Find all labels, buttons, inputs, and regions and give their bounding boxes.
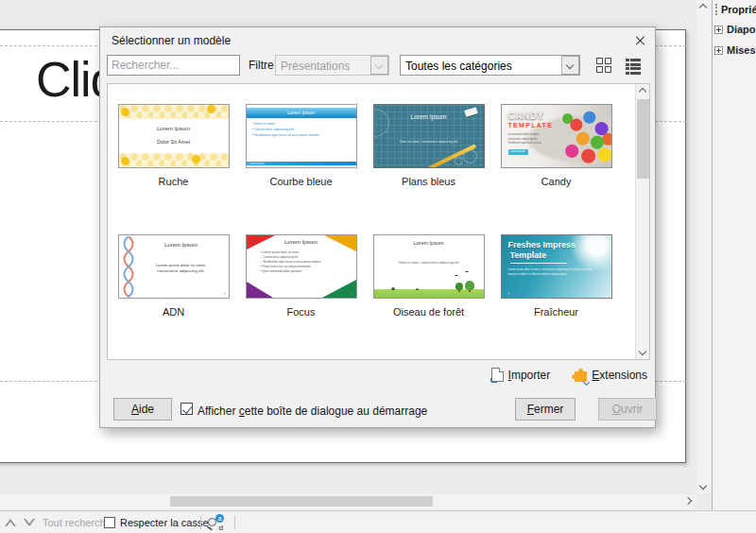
- thumb-title: Lorem Ipsum: [247, 239, 356, 245]
- chevron-down-icon: [375, 61, 383, 69]
- thumb-subtitle: Dolor Sit Amet: [119, 139, 229, 145]
- list-row: [626, 63, 642, 66]
- filter-label: Filtre: [249, 59, 274, 72]
- thumb-subtitle: Dolor sit amet, consectetur adipiscing e…: [374, 140, 484, 144]
- filter-type-dropdown: Présentations: [275, 55, 389, 76]
- thumb-subtitle: TEMPLATE: [508, 122, 554, 129]
- thumb-title: Lorem Ipsum: [136, 242, 227, 248]
- filter-type-value: Présentations: [281, 60, 350, 73]
- page-number: 1: [508, 292, 510, 296]
- template-thumbnail[interactable]: Lorem Ipsum Dolor Sit Amet: [118, 104, 230, 168]
- template-label: Focus: [287, 306, 316, 318]
- toolbar-separator: [234, 516, 235, 529]
- template-item-candy[interactable]: CANDY TEMPLATE Lorem ipsum dolor sit ame…: [492, 104, 620, 187]
- puzzle-piece-icon: [575, 371, 587, 382]
- open-button: Ouvrir: [598, 398, 657, 421]
- scroll-down-icon[interactable]: [638, 348, 645, 355]
- horizontal-scrollbar[interactable]: [0, 494, 696, 509]
- template-thumbnail[interactable]: Lorem Ipsum • Dolor sit amet • Consectet…: [246, 104, 357, 168]
- list-row: [626, 67, 642, 70]
- list-row: [626, 72, 642, 75]
- match-case-label[interactable]: Respecter la casse: [120, 517, 209, 528]
- find-previous-icon[interactable]: [5, 519, 16, 526]
- thumb-body: Lorem ipsum dolor sit amet, consectetur …: [508, 133, 554, 146]
- template-thumbnail[interactable]: Lorem Ipsum • Lorem ipsum dolor sit amet…: [246, 234, 357, 299]
- expand-icon[interactable]: [714, 26, 723, 34]
- page-number: 1: [224, 292, 226, 296]
- scroll-down-icon[interactable]: [699, 482, 707, 490]
- expand-icon[interactable]: [714, 46, 723, 55]
- scroll-up-icon[interactable]: [638, 88, 645, 95]
- gear-shape: [455, 157, 463, 165]
- horizontal-scrollbar-thumb[interactable]: [170, 496, 433, 507]
- sidebar-section-slide[interactable]: Diapositive: [714, 24, 756, 35]
- animal-shape: [391, 287, 395, 290]
- thumb-subtitle: Dolor sit amet, consectetur adipiscing e…: [374, 261, 484, 265]
- thumb-button: Lorem ipsum: [508, 149, 528, 155]
- scroll-up-icon[interactable]: [699, 4, 707, 11]
- sidebar-header: Propriétés: [715, 4, 756, 15]
- magnifier-badge: a: [215, 514, 224, 523]
- close-icon[interactable]: [634, 35, 645, 46]
- template-item-plans-bleus[interactable]: Lorem Ipsum Dolor sit amet, consectetur …: [365, 104, 492, 187]
- drag-grip-icon[interactable]: [715, 4, 717, 15]
- select-template-dialog: Sélectionner un modèle Filtre Présentati…: [99, 26, 656, 428]
- template-thumbnail[interactable]: Lorem Ipsum Dolor sit amet, consectetur …: [373, 104, 485, 168]
- template-label: Oiseau de forêt: [393, 306, 464, 318]
- show-dialog-at-startup-checkbox[interactable]: [180, 403, 193, 415]
- find-toolbar: Tout rechercher Respecter la casse a d: [0, 510, 756, 533]
- find-next-icon[interactable]: [24, 519, 35, 526]
- vertical-scrollbar[interactable]: [696, 0, 712, 493]
- template-label: Fraîcheur: [534, 306, 578, 318]
- chevron-down-icon: [566, 61, 574, 69]
- template-item-adn[interactable]: Lorem Ipsum Lorem ipsum dolor sit amet, …: [110, 234, 237, 318]
- thumb-body: Lorem ipsum dolor sit amet, consectetur …: [508, 267, 600, 277]
- template-item-focus[interactable]: Lorem Ipsum • Lorem ipsum dolor sit amet…: [237, 234, 365, 318]
- thumb-title: Template: [510, 250, 547, 260]
- template-thumbnail[interactable]: CANDY TEMPLATE Lorem ipsum dolor sit ame…: [501, 104, 612, 168]
- corner-triangle-purple: [247, 282, 273, 298]
- extensions-button[interactable]: Extensions: [575, 368, 647, 382]
- template-item-courbe-bleue[interactable]: Lorem Ipsum • Dolor sit amet • Consectet…: [237, 104, 365, 187]
- import-document-icon: [491, 368, 504, 382]
- scroll-right-icon[interactable]: [684, 497, 692, 505]
- dropdown-button: [370, 56, 388, 75]
- category-value: Toutes les catégories: [405, 60, 512, 73]
- tree-shape: [455, 283, 463, 290]
- match-case-checkbox[interactable]: [104, 517, 115, 528]
- template-thumbnail[interactable]: Lorem Ipsum Lorem ipsum dolor sit amet, …: [118, 234, 230, 299]
- find-and-replace-icon[interactable]: a d: [207, 514, 227, 531]
- template-label: Courbe bleue: [269, 176, 332, 187]
- dropdown-button[interactable]: [561, 56, 579, 75]
- scrollbar-thumb[interactable]: [637, 99, 649, 179]
- category-dropdown[interactable]: Toutes les catégories: [400, 55, 580, 76]
- underline-rule: [510, 263, 567, 264]
- template-thumbnail[interactable]: Freshes Impress Template Lorem ipsum dol…: [501, 234, 612, 299]
- toolbar-separator: [200, 516, 201, 529]
- template-item-fraicheur[interactable]: Freshes Impress Template Lorem ipsum dol…: [492, 234, 620, 318]
- thumb-bullets: • Dolor sit amet • Consectetur adipiscin…: [252, 122, 319, 138]
- grid-square: [596, 58, 603, 64]
- list-view-icon[interactable]: [626, 58, 642, 73]
- bird-shape: [455, 275, 458, 277]
- template-list-scrollbar[interactable]: [635, 84, 649, 359]
- list-row: [626, 59, 642, 61]
- close-button[interactable]: Fermer: [515, 398, 576, 421]
- template-item-ruche[interactable]: Lorem Ipsum Dolor Sit Amet Ruche: [110, 104, 237, 187]
- grid-square: [596, 66, 603, 73]
- template-item-oiseau-de-foret[interactable]: Lorem Ipsum Dolor sit amet, consectetur …: [365, 234, 492, 318]
- honeycomb-cell: [192, 155, 200, 163]
- dialog-link-actions: Importer Extensions: [491, 368, 647, 382]
- template-thumbnail[interactable]: Lorem Ipsum Dolor sit amet, consectetur …: [373, 234, 485, 299]
- help-button[interactable]: Aide: [113, 398, 172, 421]
- import-button[interactable]: Importer: [491, 368, 551, 382]
- thumbnail-view-icon[interactable]: [596, 58, 612, 73]
- extensions-label: Extensions: [592, 369, 647, 382]
- animal-shape: [416, 288, 419, 290]
- sidebar-section-layouts[interactable]: Mises en page: [714, 44, 756, 56]
- search-input[interactable]: [107, 55, 240, 76]
- startup-checkbox-label[interactable]: Afficher cette boîte de dialogue au déma…: [198, 404, 427, 418]
- template-list[interactable]: Lorem Ipsum Dolor Sit Amet Ruche Lorem I…: [107, 83, 650, 360]
- thumb-title: Lorem Ipsum: [374, 240, 484, 246]
- honeycomb-band: [119, 153, 229, 167]
